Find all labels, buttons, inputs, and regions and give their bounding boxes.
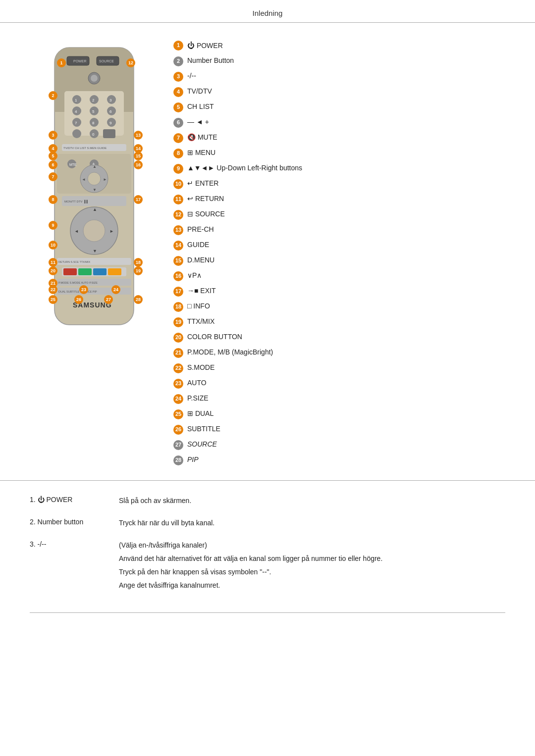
button-item-19: 19 TTX/MIX xyxy=(173,317,505,327)
desc-item-1: 1. ⏻ POWER Slå på och av skärmen. xyxy=(30,496,505,509)
button-item-6: 6 — ◄ + xyxy=(173,117,505,128)
desc-text-2: Tryck här när du vill byta kanal. xyxy=(119,518,505,531)
svg-point-38 xyxy=(88,172,101,185)
btn-label-13: PRE-CH xyxy=(187,225,214,235)
btn-num-17: 17 xyxy=(173,287,183,297)
badge-25: 25 xyxy=(49,295,57,304)
button-item-17: 17 →■ EXIT xyxy=(173,286,505,297)
svg-text:3: 3 xyxy=(109,98,112,102)
desc-item-3: 3. -/-- (Välja en-/tvåsiffriga kanaler) … xyxy=(30,540,505,594)
btn-label-20: COLOR BUTTON xyxy=(187,332,242,342)
btn-label-14: GUIDE xyxy=(187,240,209,250)
button-item-4: 4 TV/DTV xyxy=(173,87,505,97)
badge-13: 13 xyxy=(134,131,143,140)
svg-text:►: ► xyxy=(103,177,107,182)
badge-12: 12 xyxy=(126,58,135,67)
svg-text:MON/TT       DTV  ▐▐: MON/TT DTV ▐▐ xyxy=(64,200,88,203)
svg-text:4: 4 xyxy=(75,109,77,114)
button-item-27: 27 SOURCE xyxy=(173,440,505,450)
svg-text:◄: ◄ xyxy=(82,177,86,182)
desc-text-3: (Välja en-/tvåsiffriga kanaler) Använd d… xyxy=(119,540,505,594)
svg-text:SOURCE: SOURCE xyxy=(99,59,114,63)
btn-num-24: 24 xyxy=(173,394,183,404)
badge-3: 3 xyxy=(49,131,57,140)
btn-num-13: 13 xyxy=(173,225,183,235)
btn-label-6: — ◄ + xyxy=(187,117,209,127)
btn-num-7: 7 xyxy=(173,133,183,143)
btn-num-20: 20 xyxy=(173,333,183,343)
badge-15: 15 xyxy=(134,151,143,160)
button-item-15: 15 D.MENU xyxy=(173,255,505,266)
button-item-21: 21 P.MODE, M/B (MagicBright) xyxy=(173,348,505,358)
page-footer xyxy=(30,612,505,617)
btn-num-25: 25 xyxy=(173,409,183,419)
badge-23: 23 xyxy=(79,285,88,294)
svg-text:◄: ◄ xyxy=(74,229,79,234)
button-item-25: 25 ⊞ DUAL xyxy=(173,409,505,419)
badge-2: 2 xyxy=(49,91,57,100)
btn-label-15: D.MENU xyxy=(187,255,214,265)
desc-label-1: 1. ⏻ POWER xyxy=(30,496,119,509)
button-item-10: 10 ↵ ENTER xyxy=(173,179,505,189)
svg-point-48 xyxy=(83,220,105,242)
badge-8: 8 xyxy=(49,195,57,204)
button-item-12: 12 ⊟ SOURCE xyxy=(173,209,505,220)
btn-num-2: 2 xyxy=(173,56,183,66)
btn-label-8: ⊞ MENU xyxy=(187,148,215,158)
desc-label-3: 3. -/-- xyxy=(30,540,119,594)
svg-rect-58 xyxy=(93,268,107,275)
badge-6: 6 xyxy=(49,160,57,169)
desc-text-1: Slå på och av skärmen. xyxy=(119,496,505,509)
button-item-26: 26 SUBTITLE xyxy=(173,424,505,435)
btn-num-3: 3 xyxy=(173,72,183,82)
btn-num-26: 26 xyxy=(173,425,183,435)
button-item-9: 9 ▲▼◄► Up-Down Left-Right buttons xyxy=(173,163,505,174)
svg-text:5: 5 xyxy=(92,109,95,114)
btn-num-21: 21 xyxy=(173,348,183,358)
btn-label-5: CH LIST xyxy=(187,102,214,112)
svg-rect-31 xyxy=(103,129,115,138)
svg-text:RETURN  S.SCE  TTX/MIX: RETURN S.SCE TTX/MIX xyxy=(58,260,90,263)
svg-text:9: 9 xyxy=(109,121,112,125)
button-item-24: 24 P.SIZE xyxy=(173,394,505,404)
btn-label-26: SUBTITLE xyxy=(187,424,220,434)
badge-18: 18 xyxy=(134,258,143,267)
svg-text:P.MODE  S.MODE  AUTO  P.SIZE: P.MODE S.MODE AUTO P.SIZE xyxy=(58,281,98,284)
btn-label-16: ∨P∧ xyxy=(187,271,202,281)
button-item-3: 3 -/-- xyxy=(173,71,505,82)
btn-num-22: 22 xyxy=(173,363,183,373)
button-item-20: 20 COLOR BUTTON xyxy=(173,332,505,343)
btn-label-1: ⏻ POWER xyxy=(187,40,223,51)
badge-28: 28 xyxy=(134,295,143,304)
svg-text:0: 0 xyxy=(92,132,95,137)
button-item-28: 28 PIP xyxy=(173,455,505,465)
btn-num-1: 1 xyxy=(173,41,183,50)
btn-label-24: P.SIZE xyxy=(187,394,209,403)
page-title: Inledning xyxy=(0,0,535,23)
btn-label-2: Number Button xyxy=(187,56,234,66)
btn-label-18: □ INFO xyxy=(187,302,210,311)
button-item-7: 7 🔇 MUTE xyxy=(173,133,505,143)
badge-1: 1 xyxy=(57,58,66,67)
desc-item-2: 2. Number button Tryck här när du vill b… xyxy=(30,518,505,531)
btn-num-27: 27 xyxy=(173,440,183,450)
btn-label-25: ⊞ DUAL xyxy=(187,409,214,419)
svg-text:▲: ▲ xyxy=(93,207,97,212)
button-item-8: 8 ⊞ MENU xyxy=(173,148,505,158)
btn-label-28: PIP xyxy=(187,455,199,465)
btn-label-7: 🔇 MUTE xyxy=(187,133,217,143)
btn-label-17: →■ EXIT xyxy=(187,286,215,296)
btn-num-10: 10 xyxy=(173,179,183,189)
btn-label-3: -/-- xyxy=(187,71,196,81)
svg-rect-57 xyxy=(78,268,92,275)
badge-5: 5 xyxy=(49,151,57,160)
badge-26: 26 xyxy=(74,295,83,304)
badge-10: 10 xyxy=(49,241,57,250)
svg-text:2: 2 xyxy=(92,98,95,102)
badge-16: 16 xyxy=(134,160,143,169)
badge-17: 17 xyxy=(134,195,143,204)
button-item-1: 1 ⏻ POWER xyxy=(173,40,505,51)
button-item-14: 14 GUIDE xyxy=(173,240,505,251)
button-item-11: 11 ↩ RETURN xyxy=(173,194,505,204)
button-item-16: 16 ∨P∧ xyxy=(173,271,505,281)
